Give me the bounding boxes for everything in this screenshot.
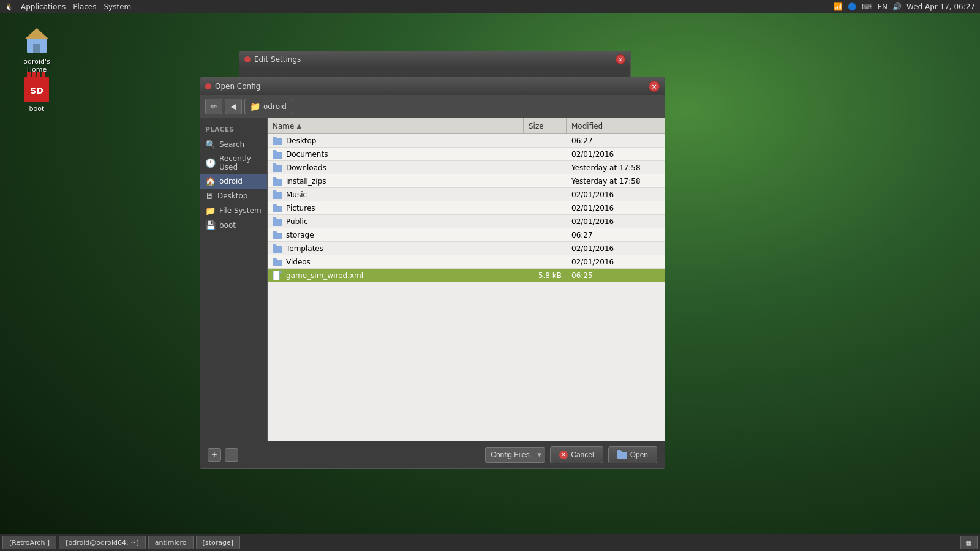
table-row[interactable]: Music 02/01/2016 xyxy=(268,188,665,201)
file-name: Videos xyxy=(286,258,311,266)
table-row[interactable]: game_sim_wired.xml 5.8 kB 06:25 xyxy=(268,269,665,282)
table-row[interactable]: storage 06:27 xyxy=(268,228,665,242)
cancel-button[interactable]: ✕ Cancel xyxy=(550,446,603,463)
folder-icon xyxy=(273,136,282,146)
sidebar-item-file-system[interactable]: 📁 File System xyxy=(200,203,267,218)
network-icon: 📶 xyxy=(834,2,843,11)
taskbar-show-desktop[interactable]: ▦ xyxy=(960,536,978,549)
location-text: odroid xyxy=(263,102,287,111)
file-modified: 06:27 xyxy=(567,231,665,239)
dialog-toolbar: ✏ ◀ 📁 odroid xyxy=(200,95,665,118)
open-button[interactable]: Open xyxy=(608,446,657,463)
sidebar-label-search: Search xyxy=(219,140,244,149)
volume-icon: 🔊 xyxy=(892,2,902,11)
file-name: Templates xyxy=(286,244,323,253)
open-config-dialog: Open Config × ✏ ◀ 📁 odroid Places 🔍 Sear… xyxy=(200,77,665,469)
file-name-cell: Desktop xyxy=(268,136,524,146)
file-name: Music xyxy=(286,190,307,199)
sidebar-item-recently-used[interactable]: 🕐 Recently Used xyxy=(200,152,267,174)
sidebar-label-recently-used: Recently Used xyxy=(219,154,262,171)
svg-rect-5 xyxy=(32,72,36,80)
file-system-icon: 📁 xyxy=(205,206,216,216)
datetime: Wed Apr 17, 06:27 xyxy=(907,2,975,11)
file-modified: 02/01/2016 xyxy=(567,217,665,226)
column-name[interactable]: Name ▲ xyxy=(268,118,524,133)
file-modified: 02/01/2016 xyxy=(567,204,665,212)
svg-text:SD: SD xyxy=(30,86,43,96)
table-row[interactable]: Public 02/01/2016 xyxy=(268,215,665,228)
recently-used-icon: 🕐 xyxy=(205,158,216,168)
boot-icon-label: boot xyxy=(29,105,45,113)
antimicro-label: antimicro xyxy=(155,539,187,547)
desktop: 🐧 Applications Places System 📶 🔵 ⌨ EN 🔊 … xyxy=(0,0,980,551)
open-label: Open xyxy=(630,451,648,459)
cancel-icon: ✕ xyxy=(559,451,568,459)
edit-path-button[interactable]: ✏ xyxy=(205,99,222,114)
table-row[interactable]: Documents 02/01/2016 xyxy=(268,148,665,161)
svg-rect-2 xyxy=(33,44,40,53)
file-modified: 02/01/2016 xyxy=(567,244,665,253)
menu-places[interactable]: Places xyxy=(73,2,96,11)
sidebar: Places 🔍 Search 🕐 Recently Used 🏠 odroid… xyxy=(200,118,268,441)
folder-icon xyxy=(273,244,282,253)
back-button[interactable]: ◀ xyxy=(225,99,242,114)
table-row[interactable]: Desktop 06:27 xyxy=(268,134,665,148)
file-name: storage xyxy=(286,231,314,239)
edit-settings-close-button[interactable]: × xyxy=(616,54,625,64)
menu-applications[interactable]: Applications xyxy=(21,2,66,11)
taskbar-app-terminal[interactable]: [odroid@odroid64: ~] xyxy=(59,536,146,549)
home-icon xyxy=(22,26,51,55)
file-type-wrapper: Config Files All Files xyxy=(485,447,545,463)
file-name-cell: Templates xyxy=(268,244,524,253)
file-list-scroll[interactable]: Desktop 06:27 Docum xyxy=(268,134,665,441)
column-modified[interactable]: Modified xyxy=(567,118,665,133)
svg-marker-1 xyxy=(24,28,49,39)
add-location-button[interactable]: + xyxy=(208,448,221,462)
sidebar-label-boot: boot xyxy=(219,221,236,230)
svg-rect-4 xyxy=(27,72,31,80)
taskbar-menu: 🐧 Applications Places System xyxy=(5,2,131,11)
taskbar-app-storage[interactable]: [storage] xyxy=(196,536,240,549)
desktop-icon-boot[interactable]: SD boot xyxy=(12,70,61,115)
taskbar-app-antimicro[interactable]: antimicro xyxy=(148,536,194,549)
table-row[interactable]: Videos 02/01/2016 xyxy=(268,255,665,269)
dialog-titlebar: Open Config × xyxy=(200,78,665,95)
table-row[interactable]: Pictures 02/01/2016 xyxy=(268,201,665,215)
file-name: game_sim_wired.xml xyxy=(286,271,363,280)
table-row[interactable]: Templates 02/01/2016 xyxy=(268,242,665,255)
desktop-icon-home[interactable]: odroid's Home xyxy=(12,23,61,76)
file-name: Desktop xyxy=(286,137,317,145)
remove-location-button[interactable]: − xyxy=(225,448,238,462)
sidebar-label-odroid: odroid xyxy=(219,177,243,186)
location-folder-icon: 📁 xyxy=(250,102,260,111)
dialog-close-button[interactable]: × xyxy=(649,81,660,92)
sidebar-item-search[interactable]: 🔍 Search xyxy=(200,137,267,152)
edit-settings-title: Edit Settings xyxy=(244,55,301,64)
file-name: Pictures xyxy=(286,204,315,212)
file-modified: 02/01/2016 xyxy=(567,258,665,266)
menu-system[interactable]: System xyxy=(104,2,131,11)
file-name-cell: Documents xyxy=(268,149,524,159)
table-row[interactable]: Downloads Yesterday at 17:58 xyxy=(268,161,665,174)
column-size[interactable]: Size xyxy=(524,118,567,133)
file-list-header: Name ▲ Size Modified xyxy=(268,118,665,134)
file-modified: 02/01/2016 xyxy=(567,190,665,199)
bottom-nav-controls: + − xyxy=(208,448,238,462)
sidebar-item-odroid[interactable]: 🏠 odroid xyxy=(200,174,267,189)
table-row[interactable]: install_zips Yesterday at 17:58 xyxy=(268,174,665,188)
sd-card-icon: SD xyxy=(22,73,51,102)
file-name-cell: Pictures xyxy=(268,203,524,213)
location-breadcrumb[interactable]: 📁 odroid xyxy=(244,99,292,114)
svg-rect-7 xyxy=(42,72,45,80)
file-name: Downloads xyxy=(286,163,326,172)
file-modified: 06:27 xyxy=(567,137,665,145)
locale-indicator: EN xyxy=(877,2,888,11)
file-modified: 06:25 xyxy=(567,271,665,280)
sidebar-item-boot[interactable]: 💾 boot xyxy=(200,218,267,233)
sidebar-item-desktop[interactable]: 🖥 Desktop xyxy=(200,189,267,203)
taskbar-app-retroarch[interactable]: [RetroArch ] xyxy=(2,536,56,549)
file-type-select[interactable]: Config Files All Files xyxy=(485,447,545,463)
file-name-cell: game_sim_wired.xml xyxy=(268,271,524,280)
bluetooth-icon: 🔵 xyxy=(848,2,857,11)
cancel-label: Cancel xyxy=(571,451,594,459)
